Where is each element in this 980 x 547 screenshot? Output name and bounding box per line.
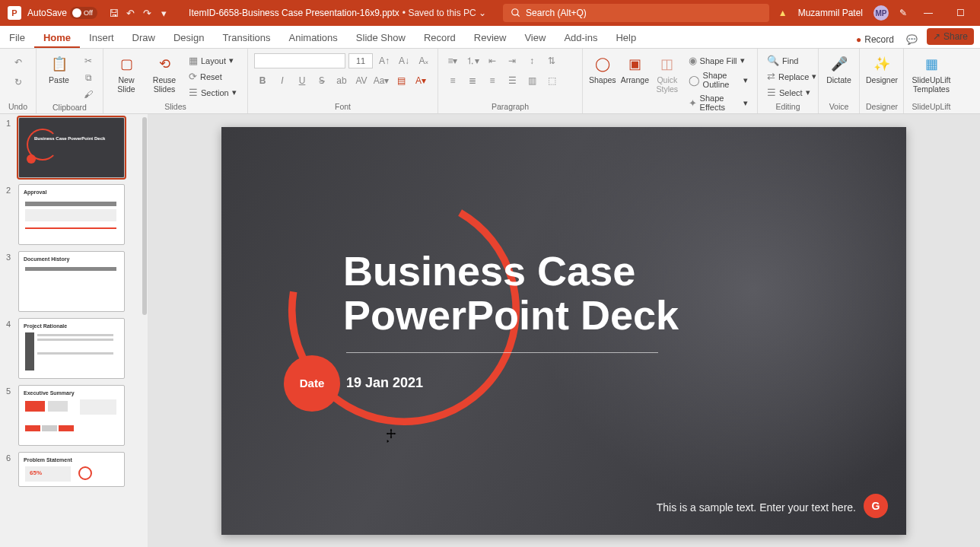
document-title: ItemID-6658-Business Case Presentation-1… [189,8,399,18]
slide-canvas-area[interactable]: Business CasePowerPoint Deck Date 19 Jan… [148,114,980,547]
shape-fill-button[interactable]: ◉Shape Fill▾ [686,53,751,68]
maximize-button[interactable]: ☐ [950,2,971,24]
slide-thumbnail-6[interactable]: Problem Statement 65% [18,452,125,487]
replace-button[interactable]: ⇄Replace▾ [764,69,819,84]
undo-qat-icon[interactable]: ↶ [122,8,138,19]
save-status[interactable]: • Saved to this PC ⌄ [402,8,486,18]
clear-format-icon[interactable]: Aₓ [415,53,432,68]
align-center-button[interactable]: ≣ [464,73,481,88]
font-name-input[interactable] [254,53,345,68]
tab-addins[interactable]: Add-ins [555,28,606,48]
tab-insert[interactable]: Insert [80,28,123,48]
date-label-circle[interactable]: Date [284,355,340,412]
italic-button[interactable]: I [274,73,291,88]
font-size-input[interactable] [348,53,373,68]
new-slide-button[interactable]: ▢New Slide [110,52,143,94]
qat-more-icon[interactable]: ▾ [155,8,172,19]
reuse-slides-button[interactable]: ⟲Reuse Slides [148,52,181,94]
record-button[interactable]: ●Record [850,31,900,48]
increase-font-icon[interactable]: A↑ [376,53,393,68]
group-clipboard-label: Clipboard [43,102,97,113]
change-case-button[interactable]: Aa▾ [373,73,390,88]
shape-effects-button[interactable]: ✦Shape Effects▾ [686,92,751,113]
outdent-button[interactable]: ⇤ [484,53,501,68]
sample-text[interactable]: This is a sample text. Enter your text h… [657,501,856,514]
columns-button[interactable]: ▥ [523,73,540,88]
align-right-button[interactable]: ≡ [484,73,501,88]
slide-thumbnail-panel[interactable]: 1 Business Case PowerPoint Deck 2 Approv… [0,114,148,547]
find-button[interactable]: 🔍Find [764,53,801,68]
search-input[interactable]: Search (Alt+Q) [503,4,769,22]
user-name[interactable]: Muzammil Patel [798,8,863,18]
shapes-button[interactable]: ◯Shapes [589,52,616,85]
date-value[interactable]: 19 Jan 2021 [346,375,423,391]
line-spacing-button[interactable]: ↕ [523,53,540,68]
section-button[interactable]: ☰Section▾ [186,85,240,100]
thumbnail-scrollbar[interactable] [142,117,147,315]
comments-button[interactable]: 💬 [900,31,924,48]
autosave-toggle[interactable]: Off [70,7,97,19]
format-painter-icon[interactable]: 🖌 [80,87,97,102]
share-button[interactable]: ↗Share [927,28,974,45]
pen-icon[interactable]: ✎ [899,8,907,18]
numbering-button[interactable]: ⒈▾ [464,53,481,68]
undo-button[interactable]: ↶ [10,55,27,70]
designer-button[interactable]: ✨Designer [866,52,898,85]
slide-thumbnail-3[interactable]: Document History [18,251,125,312]
slideuplift-button[interactable]: ▦SlideUpLift Templates [910,52,953,94]
save-icon[interactable]: 🖫 [105,8,122,19]
g-badge[interactable]: G [864,494,888,518]
copy-icon[interactable]: ⧉ [80,70,97,85]
slide-title[interactable]: Business CasePowerPoint Deck [343,249,679,338]
underline-button[interactable]: U [294,73,310,88]
bold-button[interactable]: B [254,73,271,88]
slide-thumbnail-1[interactable]: Business Case PowerPoint Deck [18,117,125,178]
font-color-button[interactable]: A▾ [412,73,429,88]
slide-thumbnail-2[interactable]: Approval [18,184,125,245]
text-direction-button[interactable]: ⇅ [543,53,560,68]
reset-button[interactable]: ⟳Reset [186,69,240,84]
tab-review[interactable]: Review [465,28,516,48]
shape-outline-button[interactable]: ◯Shape Outline▾ [686,69,751,91]
bullets-button[interactable]: ≡▾ [444,53,461,68]
decrease-font-icon[interactable]: A↓ [396,53,412,68]
cut-icon[interactable]: ✂ [80,53,97,68]
minimize-button[interactable]: — [918,2,939,24]
select-button[interactable]: ☰Select▾ [764,85,813,100]
tab-slideshow[interactable]: Slide Show [347,28,415,48]
dictate-button[interactable]: 🎤Dictate [825,52,853,85]
tab-file[interactable]: File [0,28,34,48]
avatar[interactable]: MP [873,5,889,21]
indent-button[interactable]: ⇥ [504,53,520,68]
slide-1[interactable]: Business CasePowerPoint Deck Date 19 Jan… [221,127,906,535]
group-undo-label: Undo [6,101,30,112]
slide-thumbnail-5[interactable]: Executive Summary [18,385,125,446]
tab-design[interactable]: Design [164,28,213,48]
tab-transitions[interactable]: Transitions [213,28,279,48]
align-left-button[interactable]: ≡ [444,73,461,88]
char-spacing-button[interactable]: AV [353,73,370,88]
layout-button[interactable]: ▦Layout▾ [186,53,240,68]
tab-record[interactable]: Record [415,28,465,48]
justify-button[interactable]: ☰ [504,73,520,88]
arrange-button[interactable]: ▣Arrange [621,52,649,85]
tab-animations[interactable]: Animations [280,28,347,48]
quick-styles-button[interactable]: ◫Quick Styles [654,52,681,94]
strikethrough-button[interactable]: S̶ [313,73,330,88]
autosave-label: AutoSave [27,8,67,18]
tab-view[interactable]: View [515,28,555,48]
redo-qat-icon[interactable]: ↷ [138,8,155,19]
warning-icon[interactable]: ▲ [778,8,788,18]
group-slides-label: Slides [110,101,241,112]
tab-draw[interactable]: Draw [123,28,164,48]
redo-button[interactable]: ↻ [10,75,27,90]
convert-smartart-button[interactable]: ⬚ [543,73,560,88]
paste-button[interactable]: 📋Paste [43,52,75,85]
tab-home[interactable]: Home [34,28,80,48]
shadow-button[interactable]: ab [333,73,350,88]
highlight-button[interactable]: ▤ [393,73,409,88]
tab-help[interactable]: Help [606,28,645,48]
slide-thumbnail-4[interactable]: Project Rationale [18,318,125,379]
title-underline [346,352,658,353]
group-paragraph-label: Paragraph [444,101,576,112]
